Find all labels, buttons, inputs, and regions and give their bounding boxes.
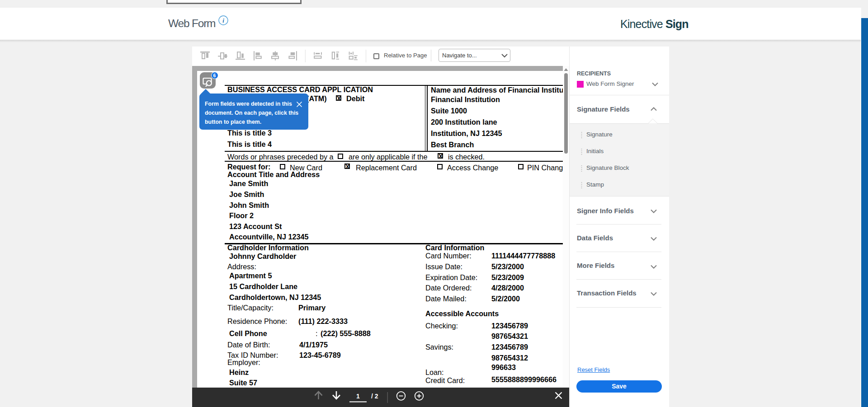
svg-text:/ 2: / 2 (371, 393, 378, 400)
svg-text:1: 1 (356, 393, 360, 400)
svg-text:i: i (222, 17, 224, 24)
